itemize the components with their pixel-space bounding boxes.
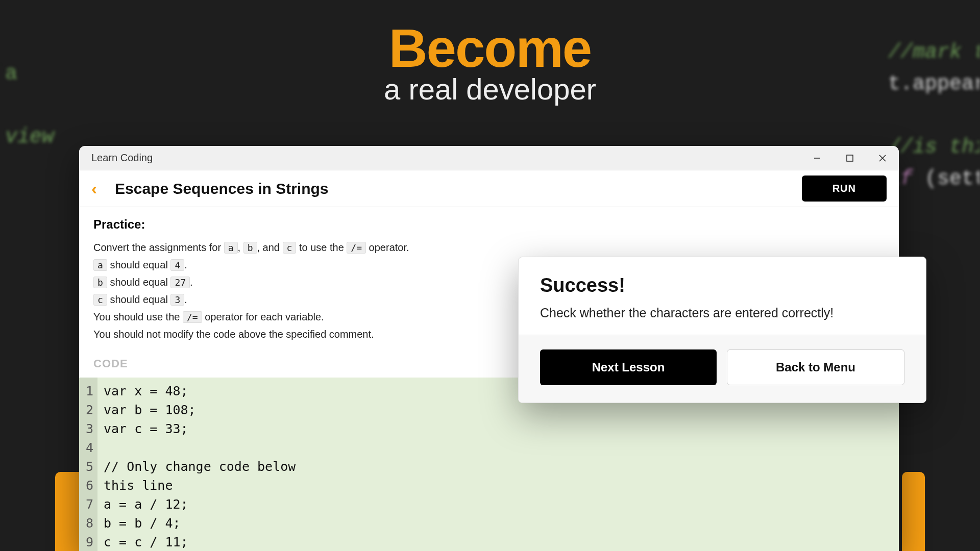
inline-code: 3	[170, 294, 184, 306]
success-modal: Success! Check whether the characters ar…	[518, 257, 926, 403]
inline-code: b	[243, 242, 257, 254]
inline-code: c	[283, 242, 297, 254]
titlebar: Learn Coding	[79, 146, 899, 170]
lesson-title: Escape Sequences in Strings	[115, 180, 329, 197]
run-button[interactable]: RUN	[802, 176, 887, 202]
maximize-button[interactable]	[834, 146, 866, 170]
lesson-header: ‹ Escape Sequences in Strings RUN	[79, 170, 899, 207]
next-lesson-button[interactable]: Next Lesson	[540, 349, 717, 385]
hero: Become a real developer	[384, 21, 596, 106]
hero-headline: Become	[384, 21, 596, 75]
decoration	[902, 472, 925, 551]
inline-code: c	[93, 294, 107, 306]
window-title: Learn Coding	[91, 152, 153, 164]
hero-subline: a real developer	[384, 72, 596, 106]
close-button[interactable]	[866, 146, 899, 170]
modal-title: Success!	[540, 274, 904, 296]
minimize-button[interactable]	[801, 146, 834, 170]
code-editor[interactable]: 123456789 var x = 48;var b = 108;var c =…	[79, 378, 899, 551]
inline-code: /=	[183, 311, 202, 323]
svg-rect-1	[847, 155, 853, 161]
inline-code: a	[224, 242, 238, 254]
line-gutter: 123456789	[79, 378, 97, 551]
inline-code: 27	[170, 277, 190, 288]
code-body[interactable]: var x = 48;var b = 108;var c = 33; // On…	[97, 378, 296, 551]
practice-heading: Practice:	[93, 217, 885, 232]
back-chevron-icon[interactable]: ‹	[91, 179, 109, 198]
modal-message: Check whether the characters are entered…	[540, 306, 904, 320]
inline-code: 4	[170, 259, 184, 271]
back-to-menu-button[interactable]: Back to Menu	[727, 349, 904, 385]
inline-code: b	[93, 277, 107, 288]
inline-code: a	[93, 259, 107, 271]
inline-code: /=	[347, 242, 366, 254]
